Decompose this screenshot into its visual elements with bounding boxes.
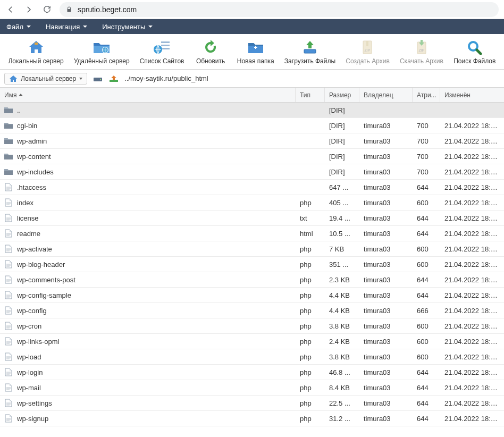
svg-rect-19 [110, 80, 118, 82]
menu-file[interactable]: Файл [4, 23, 33, 31]
cell-name: wp-login [0, 368, 296, 376]
table-row[interactable]: wp-links-opmlphp2.4 KBtimura0360021.04.2… [0, 334, 504, 349]
column-owner-label: Владелец [364, 91, 393, 99]
toolbar-refresh[interactable]: Обновить [189, 38, 232, 66]
cell-attr: 644 [413, 415, 440, 423]
cell-owner: timura03 [359, 230, 413, 238]
table-row[interactable]: indexphp405 ...timura0360021.04.2022 18:… [0, 195, 504, 211]
toolbar-search[interactable]: Поиск Файлов [449, 38, 501, 66]
browser-url-box[interactable]: sprutio.beget.com [60, 2, 499, 17]
cell-name: wp-mail [0, 383, 296, 392]
toolbar-refresh-label: Обновить [196, 57, 225, 65]
cell-size: 405 ... [325, 199, 359, 207]
cell-date: 21.04.2022 18:13... [440, 291, 504, 299]
table-row[interactable]: wp-config-samplephp4.4 KBtimura0364421.0… [0, 288, 504, 303]
table-row[interactable]: wp-settingsphp22.5 ...timura0364421.04.2… [0, 396, 504, 411]
cell-name: wp-signup [0, 414, 296, 423]
file-icon [4, 368, 13, 376]
app-menu-bar: Файл Навигация Инструменты [0, 19, 504, 34]
cell-type: php [296, 415, 325, 423]
toolbar-upload[interactable]: Загрузить Файлы [279, 38, 340, 66]
search-icon [466, 39, 484, 55]
file-icon [4, 352, 13, 361]
table-row[interactable]: ..[DIR] [0, 103, 504, 118]
browser-url-text: sprutio.beget.com [78, 5, 137, 14]
menu-file-label: Файл [6, 23, 23, 31]
table-row[interactable]: wp-configphp4.4 KBtimura0366621.04.2022 … [0, 303, 504, 318]
cell-type: php [296, 291, 325, 299]
table-row[interactable]: cgi-bin[DIR]timura0370021.04.2022 18:12.… [0, 118, 504, 133]
toolbar-local-server[interactable]: Локальный сервер [3, 38, 69, 66]
svg-text:ZIP: ZIP [365, 48, 371, 52]
cell-date: 21.04.2022 18:13... [440, 230, 504, 238]
refresh-icon [201, 39, 220, 55]
file-icon [4, 337, 13, 346]
table-row[interactable]: readmehtml10.5 ...timura0364421.04.2022 … [0, 226, 504, 241]
file-icon [4, 399, 13, 407]
toolbar-sites-list[interactable]: Список Сайтов [135, 38, 189, 66]
cell-type: php [296, 199, 325, 207]
column-attr[interactable]: Атри... [413, 88, 440, 102]
cell-size: [DIR] [325, 153, 359, 161]
browser-reload-button[interactable] [41, 4, 52, 15]
table-row[interactable]: wp-loginphp46.8 ...timura0364421.04.2022… [0, 365, 504, 380]
table-row[interactable]: wp-admin[DIR]timura0370021.04.2022 18:13… [0, 133, 504, 149]
cell-attr: 644 [413, 230, 440, 238]
svg-rect-0 [35, 43, 38, 45]
folder-icon [4, 137, 13, 145]
cell-size: 2.4 KB [325, 338, 359, 346]
table-row[interactable]: wp-signupphp31.2 ...timura0364421.04.202… [0, 411, 504, 426]
column-type[interactable]: Тип [296, 88, 325, 102]
cell-type: php [296, 399, 325, 407]
file-icon [4, 260, 13, 268]
cell-date: 21.04.2022 18:12... [440, 183, 504, 191]
cell-date: 21.04.2022 18:12... [440, 307, 504, 315]
main-toolbar: Локальный сервер Удалённый сервер Список… [0, 34, 504, 70]
toolbar-new-folder[interactable]: Новая папка [232, 38, 279, 66]
cell-date: 21.04.2022 18:13... [440, 276, 504, 284]
browser-back-button[interactable] [5, 4, 16, 15]
table-row[interactable]: wp-cronphp3.8 KBtimura0360021.04.2022 18… [0, 318, 504, 334]
table-row[interactable]: wp-loadphp3.8 KBtimura0360021.04.2022 18… [0, 349, 504, 365]
sort-asc-icon [19, 94, 23, 96]
menu-navigation[interactable]: Навигация [44, 23, 89, 31]
table-row[interactable]: wp-includes[DIR]timura0370021.04.2022 18… [0, 164, 504, 180]
cell-name: cgi-bin [0, 121, 296, 130]
toolbar-local-label: Локальный сервер [8, 57, 63, 65]
cell-name: wp-admin [0, 137, 296, 145]
cell-type: txt [296, 214, 325, 222]
file-name: index [17, 199, 33, 207]
table-row[interactable]: licensetxt19.4 ...timura0364421.04.2022 … [0, 211, 504, 226]
browser-forward-button[interactable] [23, 4, 34, 15]
lock-icon [66, 6, 73, 13]
table-row[interactable]: wp-mailphp8.4 KBtimura0364421.04.2022 18… [0, 380, 504, 396]
cell-date: 21.04.2022 18:12... [440, 199, 504, 207]
server-selector[interactable]: Локальный сервер [4, 73, 87, 85]
table-row[interactable]: .htaccess647 ...timura0364421.04.2022 18… [0, 180, 504, 195]
path-up-icon[interactable] [108, 73, 119, 84]
cell-name: readme [0, 229, 296, 238]
file-icon [4, 198, 13, 207]
toolbar-dlarchive-label: Скачать Архив [400, 57, 443, 65]
cell-name: wp-activate [0, 245, 296, 253]
drive-icon[interactable] [93, 73, 103, 84]
column-size[interactable]: Размер [325, 88, 359, 102]
table-row[interactable]: wp-content[DIR]timura0370021.04.2022 18:… [0, 149, 504, 164]
menu-tools[interactable]: Инструменты [100, 23, 155, 31]
table-row[interactable]: wp-activatephp7 KBtimura0360021.04.2022 … [0, 241, 504, 257]
column-owner[interactable]: Владелец [359, 88, 413, 102]
cell-name: wp-comments-post [0, 275, 296, 284]
cell-type: php [296, 353, 325, 361]
cell-name: .. [0, 106, 296, 114]
cell-attr: 644 [413, 276, 440, 284]
file-name: wp-links-opml [17, 338, 59, 346]
cell-date: 21.04.2022 18:12... [440, 353, 504, 361]
cell-date: 21.04.2022 18:12... [440, 122, 504, 130]
table-row[interactable]: wp-blog-headerphp351 ...timura0360021.04… [0, 257, 504, 272]
cell-owner: timura03 [359, 137, 413, 145]
table-row[interactable]: wp-comments-postphp2.3 KBtimura0364421.0… [0, 272, 504, 288]
column-date[interactable]: Изменён [440, 88, 504, 102]
column-name[interactable]: Имя [0, 88, 296, 102]
toolbar-remote-server[interactable]: Удалённый сервер [69, 38, 135, 66]
chevron-down-icon [148, 26, 153, 28]
